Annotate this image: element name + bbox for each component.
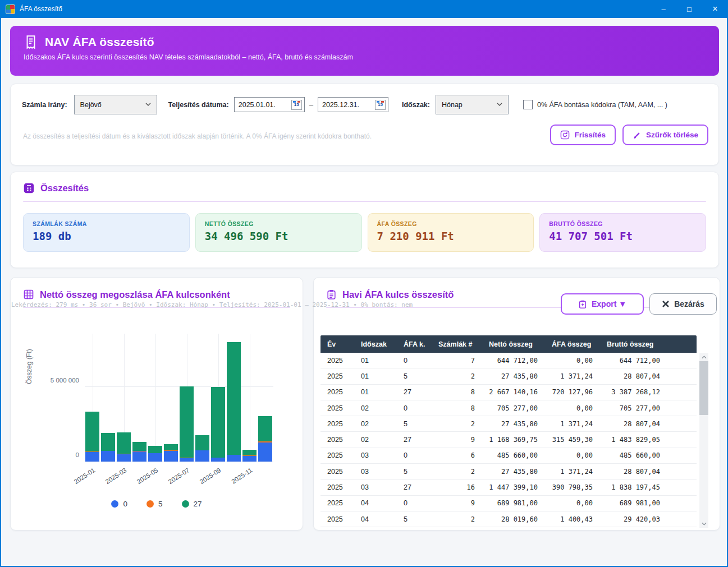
filter-panel: Számla irány: Bejövő Teljesítés dátuma: … bbox=[10, 84, 719, 165]
table-row[interactable]: 20250409689 981,000,00689 981,00 bbox=[320, 496, 697, 511]
table-cell: 2025 bbox=[320, 515, 354, 523]
calculator-icon bbox=[23, 182, 35, 194]
titlebar: ÁFA összesítő – □ × bbox=[0, 0, 728, 18]
direction-label: Számla irány: bbox=[22, 101, 67, 109]
table-cell: 5 bbox=[397, 468, 432, 476]
table-cell: 2025 bbox=[320, 468, 354, 476]
x-tick-label: 2025-03 bbox=[95, 467, 128, 491]
table-cell: 0 bbox=[397, 357, 432, 365]
table-cell: 2025 bbox=[320, 499, 354, 507]
table-row[interactable]: 20250107644 712,000,00644 712,00 bbox=[320, 353, 697, 368]
table-cell: 2025 bbox=[320, 388, 354, 396]
scroll-up-icon[interactable] bbox=[699, 353, 708, 361]
table-row[interactable]: 2025035227 435,801 371,2428 807,04 bbox=[320, 464, 697, 480]
table-cell: 390 798,35 bbox=[545, 483, 600, 491]
export-button[interactable]: Export ▼ bbox=[561, 293, 644, 315]
refresh-button[interactable]: Frissítés bbox=[550, 125, 616, 145]
bar-segment-27 bbox=[85, 412, 99, 451]
stat-card-invoice-count: SZÁMLÁK SZÁMA 189 db bbox=[23, 213, 190, 252]
chart-title: Nettó összeg megoszlása ÁFA kulcsonként bbox=[40, 289, 230, 300]
calendar-icon[interactable]: 15 bbox=[375, 100, 386, 110]
table-row[interactable]: 20250327161 447 399,10390 798,351 838 19… bbox=[320, 480, 697, 495]
legend-item-5[interactable]: 5 bbox=[146, 500, 163, 508]
app-window: ÁFA összesítő – □ × NAV ÁFA összesítő Id… bbox=[0, 0, 728, 567]
table-cell: 1 447 399,10 bbox=[482, 483, 545, 491]
table-cell: 1 168 369,75 bbox=[482, 436, 545, 444]
table-row[interactable]: 20250208705 277,000,00705 277,00 bbox=[320, 400, 697, 416]
direction-select[interactable]: Bejövő bbox=[74, 95, 157, 114]
table-cell: 2025 bbox=[320, 404, 354, 412]
table-row[interactable]: 2025022791 168 369,75315 459,301 483 829… bbox=[320, 432, 697, 448]
table-row[interactable]: 2025045228 019,601 400,4329 420,03 bbox=[320, 511, 697, 527]
column-header[interactable]: ÁFA k. bbox=[397, 340, 432, 348]
page-subtitle: Időszakos ÁFA kulcs szerinti összesítés … bbox=[24, 53, 706, 61]
table-cell: 0,00 bbox=[545, 499, 600, 507]
table-scrollbar[interactable] bbox=[699, 353, 708, 528]
table-cell: 27 bbox=[397, 388, 432, 396]
table-cell: 2025 bbox=[320, 420, 354, 428]
export-button-label: Export ▼ bbox=[592, 299, 626, 308]
table-row[interactable]: 2025012782 667 140,16720 127,963 387 268… bbox=[320, 385, 697, 400]
table-cell: 0 bbox=[397, 451, 432, 459]
bar-segment-0 bbox=[164, 451, 178, 462]
legend-dot bbox=[182, 500, 189, 508]
bar-segment-27 bbox=[195, 435, 209, 450]
table-cell: 5 bbox=[397, 420, 432, 428]
period-select[interactable]: Hónap bbox=[436, 95, 509, 114]
legend-item-0[interactable]: 0 bbox=[111, 500, 127, 508]
bar-segment-27 bbox=[258, 416, 272, 441]
bar-segment-0 bbox=[180, 458, 194, 462]
maximize-button[interactable]: □ bbox=[676, 0, 702, 18]
column-header[interactable]: Bruttó összeg bbox=[600, 340, 667, 348]
table-cell: 2 bbox=[432, 515, 482, 523]
table-cell: 2 667 140,16 bbox=[482, 388, 545, 396]
table-cell: 705 277,00 bbox=[482, 404, 545, 412]
column-header[interactable]: Nettó összeg bbox=[482, 340, 545, 348]
clear-filters-button[interactable]: Szűrők törlése bbox=[622, 125, 708, 145]
calendar-icon[interactable]: 15 bbox=[291, 100, 302, 110]
export-icon bbox=[578, 299, 587, 309]
table-cell: 02 bbox=[354, 404, 397, 412]
table-row[interactable]: 2025025227 435,801 371,2428 807,04 bbox=[320, 416, 697, 432]
legend-item-27[interactable]: 27 bbox=[182, 500, 202, 508]
bar-segment-27 bbox=[227, 342, 241, 455]
gridline bbox=[250, 334, 250, 462]
table-row[interactable]: 2025015227 435,801 371,2428 807,04 bbox=[320, 368, 697, 384]
date-from-input[interactable]: 2025.01.01. 15 bbox=[234, 97, 305, 112]
table-cell: 0,00 bbox=[545, 451, 600, 459]
stacked-bar-2025-08 bbox=[195, 435, 209, 462]
table-row[interactable]: 20250306485 660,000,00485 660,00 bbox=[320, 448, 697, 464]
legend-label: 0 bbox=[123, 500, 127, 508]
y-tick-label: 5 000 000 bbox=[36, 377, 79, 384]
bar-segment-27 bbox=[117, 432, 131, 454]
close-button[interactable]: × bbox=[702, 0, 728, 18]
column-header[interactable]: Év bbox=[320, 340, 354, 348]
column-header[interactable]: ÁFA összeg bbox=[545, 340, 600, 348]
scrollbar-thumb[interactable] bbox=[699, 361, 708, 415]
table-title: Havi ÁFA kulcs összesítő bbox=[342, 289, 454, 300]
table-cell: 3 387 268,12 bbox=[600, 388, 667, 396]
table-cell: 28 019,60 bbox=[482, 515, 545, 523]
minimize-button[interactable]: – bbox=[651, 0, 676, 18]
stacked-bar-2025-03 bbox=[117, 432, 131, 462]
scroll-down-icon[interactable] bbox=[699, 519, 708, 528]
column-header[interactable]: Számlák # bbox=[432, 340, 482, 348]
period-value: Hónap bbox=[442, 101, 463, 109]
table-cell: 02 bbox=[354, 420, 397, 428]
zero-vat-checkbox[interactable] bbox=[523, 100, 533, 109]
column-header[interactable]: Időszak bbox=[354, 340, 397, 348]
table-cell: 27 435,80 bbox=[482, 468, 545, 476]
table-cell: 0,00 bbox=[545, 357, 600, 365]
chevron-down-icon bbox=[497, 103, 502, 107]
refresh-icon bbox=[560, 130, 570, 140]
date-from-value: 2025.01.01. bbox=[239, 101, 289, 109]
filter-hint: Az összesítés a teljesítési dátum és a k… bbox=[23, 132, 372, 140]
date-to-input[interactable]: 2025.12.31. 15 bbox=[318, 97, 388, 112]
bar-segment-0 bbox=[211, 458, 225, 462]
bar-segment-0 bbox=[195, 450, 209, 462]
stat-label: SZÁMLÁK SZÁMA bbox=[33, 220, 180, 227]
table-cell: 28 807,04 bbox=[600, 420, 667, 428]
table-cell: 03 bbox=[354, 483, 397, 491]
close-dialog-button[interactable]: Bezárás bbox=[649, 293, 717, 315]
table-cell: 1 371,24 bbox=[545, 468, 600, 476]
